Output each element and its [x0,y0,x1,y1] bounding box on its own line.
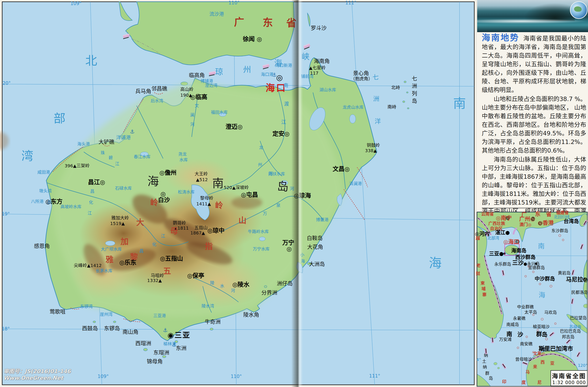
map-label: 州 [258,163,262,167]
inset-label: 度 [522,380,526,385]
map-label: 感恩角 [34,243,50,249]
inset-label: 来 [533,365,537,369]
map-label: 景心角 [353,71,369,76]
map-label: 1332▲ [147,278,162,283]
article-paragraph: 海南地势海南省是我国最小的陆地省，最大的海洋省，海南岛是我国第二大岛。海南岛四周… [482,34,586,94]
map-label: 西瑁洲 [135,341,151,346]
map-label: 崖州湾 [100,312,112,317]
article-text-1: 海南省是我国最小的陆地省，最大的海洋省，海南岛是我国第二大岛。海南岛四周低平，中… [482,35,586,93]
inset-label: 巴拉巴克岛 [560,329,581,333]
inset-label: 三沙 [512,260,524,266]
map-label: 海头港 [77,142,90,146]
map-label: 琼 [215,68,223,76]
map-label: 七 [373,74,379,80]
map-label: 水库 [179,158,188,162]
inset-label: 120° [578,364,587,368]
map-label: 五 [163,267,171,275]
map-label: 澄迈湾 [205,83,217,88]
inset-label: 中业群礁 [517,305,534,309]
map-label: 锦母角 [147,359,163,364]
inset-label: 广西壮族 [488,221,505,226]
inset-label: 湛江● [495,230,510,235]
photo-surf [477,19,588,24]
map-label: 大王岭 [195,172,208,176]
map-label: 东瑁洲 [153,350,169,355]
map-label: 春江水库 [134,155,150,159]
inset-label: 群 [536,331,542,337]
map-label: 长茅水库 [96,269,112,273]
map-label: 雅 [105,256,113,264]
map-label: ◎保亭 [187,273,204,279]
map-label: ◎陵水 [232,282,250,288]
globe-land-shape [574,6,582,12]
map-label: 东锣湾 [80,305,93,309]
inset-label: 岛 [489,376,493,380]
map-label: 马咀岭 [151,273,164,278]
inset-label: 挝 [476,271,480,276]
inset-label: 纳 [483,365,487,369]
inset-label: ◎香港 [538,220,554,226]
inset-label: 曾母暗沙 [515,357,532,362]
map-label: ◎屯昌 [241,192,258,198]
map-label: ▲512 [196,177,208,182]
anchor-icon: ⚓ [163,327,168,333]
map-label: 兵马角 [135,89,151,94]
inset-label: 黄岩岛 [558,271,570,275]
main-map-canvas [0,0,476,387]
inset-label: 广州◎ [519,216,535,222]
inset-label: 文莱◎ [533,351,545,356]
map-label: ◎琼中 [207,228,225,233]
graticule-label: 18° [1,327,10,331]
map-label: 1867▲ [190,231,205,235]
map-label: 陵水角 [243,312,259,317]
map-label: 1519▲ [110,221,125,226]
map-label: 母 [170,227,178,235]
graticule-label: 109° [98,374,109,379]
graticule-label: 110° [229,1,240,5]
map-label: 湖山水库 [319,88,336,92]
map-label: 东洲 [176,346,187,351]
map-label: 龙虎山水库 [342,105,363,109]
map-label: 大广坝水库 [101,247,122,252]
inset-label: ◎海口 [503,239,519,245]
map-label: 南 [212,178,224,189]
map-label: 岛 [277,181,289,193]
page-fold-crease [291,0,303,387]
inset-label: 南威岛 [506,323,519,327]
graticule-label: 20° [2,81,11,86]
map-label: 博铺港 [200,79,213,83]
map-label: ◎乐东 [119,260,136,266]
map-label: 牛路岭水库 [248,230,269,234]
panel-divider [482,208,586,208]
map-label: 万 [263,212,267,216]
map-label: 鹦哥岭 [173,221,186,225]
inset-label: 东沙群岛 [551,229,568,233]
inset-label: 中沙群岛 [535,276,555,281]
watermark: 审图号：JS(2016)01-146 Www.OneGreen.Net [3,368,70,381]
watermark-site-url: Www.OneGreen.Net [3,375,70,381]
inset-label: 老 [476,264,481,268]
map-label: 白沙 [158,197,170,203]
inset-label: 永乐群岛 [494,262,511,266]
map-label: （抱虎角） [351,77,373,81]
map-label: 清澜港 [349,182,362,186]
anchor-icon: ⚓ [130,129,135,135]
map-label: 大铲礁 [99,139,114,145]
inset-label: 斯里巴加湾市 [539,346,573,351]
map-label: 北 [85,55,97,67]
globe-icon [570,1,588,19]
inset-label: 福建省 [556,211,568,215]
inset-label: 万安滩 [499,337,511,342]
map-label: 雅加大岭 [111,216,129,220]
map-label: 尧龙 [178,152,187,156]
map-label: 江 [115,162,119,166]
nine-dash-segment-icon [491,337,494,343]
map-label: 珠 [101,151,105,155]
inset-label: 沙 [518,332,523,337]
inset-label: 南安礁 [520,342,532,346]
map-label: ◉三亚 [168,331,190,339]
inset-label: 台湾岛 [564,219,579,224]
map-label: 莺歌咀 [50,309,65,314]
inset-label: 寨 [482,292,486,297]
map-label: 洲 [373,96,379,102]
